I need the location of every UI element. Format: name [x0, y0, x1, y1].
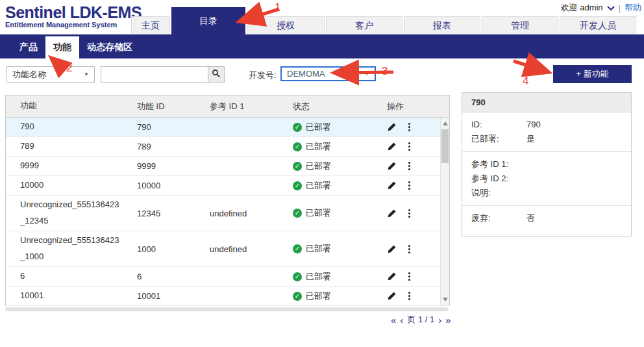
- more-actions-icon[interactable]: [408, 245, 410, 253]
- scrollbar-thumb[interactable]: [441, 129, 449, 163]
- filter-bar: 功能名称 ▼ 开发号: DEMOMA ▼ + 新功能: [0, 65, 644, 84]
- page-indicator: 页 1 / 1: [407, 314, 434, 326]
- scroll-down-icon[interactable]: [443, 298, 448, 302]
- table-row[interactable]: 6 6 ✓已部署: [6, 267, 449, 287]
- cell-feature-id: 9999: [123, 161, 195, 171]
- cell-actions: [367, 161, 439, 171]
- detail-ref2-label: 参考 ID 2:: [471, 172, 526, 186]
- new-feature-button[interactable]: + 新功能: [553, 65, 632, 83]
- more-actions-icon[interactable]: [408, 272, 410, 281]
- more-actions-icon[interactable]: [408, 181, 410, 190]
- cell-feature-id: 6: [123, 272, 195, 281]
- cell-status: ✓已部署: [280, 180, 367, 192]
- deployed-check-icon: ✓: [293, 123, 302, 132]
- edit-pencil-icon[interactable]: [387, 244, 397, 254]
- table-row[interactable]: 789 789 ✓已部署: [6, 137, 449, 157]
- deployed-check-icon: ✓: [293, 162, 302, 171]
- table-row[interactable]: 790 790 ✓已部署: [6, 118, 449, 137]
- edit-pencil-icon[interactable]: [387, 142, 397, 151]
- edit-pencil-icon[interactable]: [387, 291, 397, 301]
- cell-feature-id: 1000: [123, 244, 195, 254]
- first-page-button[interactable]: «: [391, 315, 396, 326]
- header: Sentinel LDK-EMS Entitlement Management …: [0, 0, 644, 34]
- tab-developers[interactable]: 开发人员: [560, 16, 636, 34]
- cell-feature: 6: [6, 268, 123, 285]
- status-label: 已部署: [306, 161, 331, 172]
- cell-ref1: undefined: [195, 209, 280, 218]
- tab-catalog[interactable]: 目录: [171, 7, 245, 34]
- table-vertical-scrollbar[interactable]: [440, 118, 449, 305]
- cell-feature-id: 10001: [123, 291, 195, 301]
- cell-actions: [367, 291, 439, 301]
- cell-status: ✓已部署: [280, 122, 367, 133]
- subnav-item-features[interactable]: 功能: [45, 36, 79, 58]
- scroll-up-icon[interactable]: [443, 122, 448, 125]
- developer-id-select[interactable]: DEMOMA ▼: [280, 66, 376, 81]
- cell-feature: 790: [6, 119, 123, 135]
- feature-name-select[interactable]: 功能名称 ▼: [6, 66, 95, 83]
- last-page-button[interactable]: »: [445, 315, 451, 326]
- edit-pencil-icon[interactable]: [387, 122, 397, 132]
- detail-ref1-label: 参考 ID 1:: [471, 157, 526, 172]
- deployed-check-icon: ✓: [293, 292, 302, 301]
- search-button[interactable]: [208, 66, 225, 83]
- cell-status: ✓已部署: [280, 207, 367, 219]
- cell-feature: 9999: [6, 158, 123, 174]
- tab-customers[interactable]: 客户: [326, 16, 402, 34]
- edit-pencil-icon[interactable]: [387, 209, 397, 218]
- pagination: « ‹ 页 1 / 1 › »: [391, 314, 451, 326]
- cell-feature-id: 789: [123, 142, 195, 151]
- detail-section-main: ID:790 已部署:是: [462, 112, 631, 152]
- cell-actions: [367, 209, 439, 218]
- main-nav-tabs: 主页 目录 授权 客户 报表 管理 开发人员: [130, 7, 636, 34]
- cell-actions: [367, 142, 439, 151]
- more-actions-icon[interactable]: [408, 292, 410, 300]
- detail-section-obsolete: 废弃:否: [462, 206, 631, 236]
- col-header-status[interactable]: 状态: [280, 101, 367, 112]
- cell-feature: 789: [6, 138, 123, 155]
- search-input[interactable]: [101, 66, 208, 83]
- col-header-feature[interactable]: 功能: [6, 98, 123, 114]
- more-actions-icon[interactable]: [408, 162, 410, 170]
- table-row[interactable]: 9999 9999 ✓已部署: [6, 157, 449, 176]
- col-header-feature-id[interactable]: 功能 ID: [123, 101, 195, 112]
- tab-entitlements[interactable]: 授权: [247, 16, 325, 34]
- subnav-item-memory[interactable]: 动态存储区: [79, 36, 140, 58]
- more-actions-icon[interactable]: [408, 123, 410, 131]
- edit-pencil-icon[interactable]: [387, 272, 397, 281]
- detail-section-refs: 参考 ID 1: 参考 ID 2: 说明:: [462, 152, 631, 206]
- table-row[interactable]: 10001 10001 ✓已部署: [6, 287, 449, 306]
- status-label: 已部署: [306, 180, 331, 192]
- cell-actions: [367, 244, 439, 254]
- tab-reports[interactable]: 报表: [404, 16, 480, 34]
- detail-obsolete-label: 废弃:: [471, 211, 526, 225]
- more-actions-icon[interactable]: [408, 209, 410, 218]
- detail-id-label: ID:: [471, 118, 526, 132]
- next-page-button[interactable]: ›: [438, 315, 441, 326]
- status-label: 已部署: [306, 122, 331, 133]
- subnav-item-products[interactable]: 产品: [12, 36, 45, 58]
- detail-obsolete-value: 否: [526, 211, 535, 225]
- tab-home[interactable]: 主页: [131, 16, 170, 34]
- col-header-ref1[interactable]: 参考 ID 1: [195, 101, 280, 112]
- feature-detail-panel: 790 ID:790 已部署:是 参考 ID 1: 参考 ID 2: 说明: 废…: [462, 92, 632, 237]
- detail-id-value: 790: [526, 118, 541, 132]
- cell-feature: 10000: [6, 177, 123, 194]
- tab-admin[interactable]: 管理: [482, 16, 558, 34]
- search-icon: [212, 69, 221, 80]
- table-row[interactable]: Unrecognized_555136423_12345 12345 undef…: [6, 196, 449, 231]
- table-row[interactable]: 10000 10000 ✓已部署: [6, 176, 449, 196]
- cell-feature: Unrecognized_555136423_12345: [6, 197, 123, 229]
- cell-status: ✓已部署: [280, 271, 367, 283]
- edit-pencil-icon[interactable]: [387, 161, 397, 171]
- caret-down-icon: ▼: [364, 71, 369, 77]
- features-table: 功能 功能 ID 参考 ID 1 状态 操作 790 790 ✓已部署 789 …: [5, 95, 450, 306]
- more-actions-icon[interactable]: [408, 142, 410, 151]
- table-row[interactable]: Unrecognized_555136423_1000 1000 undefin…: [6, 231, 449, 267]
- brand-subtitle: Entitlement Management System: [5, 21, 142, 29]
- status-label: 已部署: [306, 290, 331, 302]
- prev-page-button[interactable]: ‹: [400, 315, 403, 326]
- edit-pencil-icon[interactable]: [387, 181, 397, 190]
- table-horizontal-scrollbar[interactable]: [5, 307, 449, 311]
- caret-down-icon: ▼: [84, 71, 89, 77]
